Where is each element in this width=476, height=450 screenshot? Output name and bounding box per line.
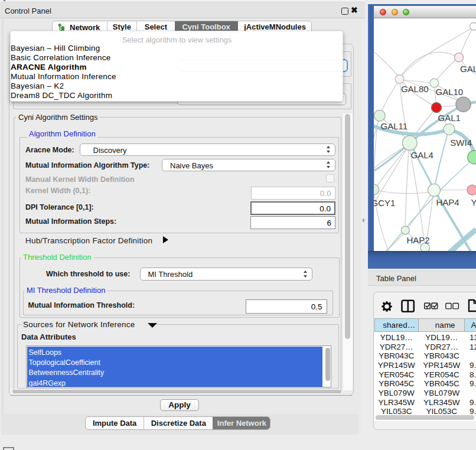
svg-text:GAL10: GAL10 [436,87,464,97]
svg-text:GAL11: GAL11 [381,120,408,131]
svg-text:GAL4: GAL4 [411,149,433,159]
svg-text:HAP2: HAP2 [407,235,430,245]
svg-text:GAL80: GAL80 [401,84,429,94]
svg-text:GAL7: GAL7 [460,63,476,73]
svg-text:SWI4: SWI4 [450,137,472,147]
svg-text:GCY1: GCY1 [374,198,395,208]
svg-text:GAL1: GAL1 [438,112,461,122]
svg-text:HAP4: HAP4 [436,197,459,207]
svg-text:Y: Y [471,197,476,207]
